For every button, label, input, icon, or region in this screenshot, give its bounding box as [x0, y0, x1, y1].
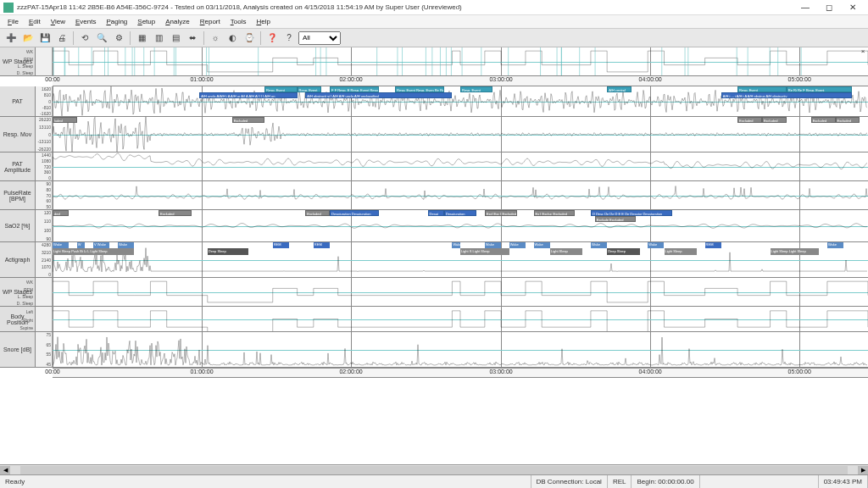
sleep-stage-segment[interactable]: Wake — [118, 242, 134, 248]
menu-help[interactable]: Help — [252, 17, 274, 26]
menu-setup[interactable]: Setup — [133, 17, 159, 26]
menu-report[interactable]: Report — [196, 17, 225, 26]
time-axis-bottom: 00:0001:00:0002:00:0003:00:0004:00:0005:… — [53, 368, 868, 378]
menu-events[interactable]: Events — [71, 17, 100, 26]
toolbar-btn-8[interactable]: ▥ — [151, 30, 166, 46]
event-tag[interactable]: Excluded — [232, 117, 264, 123]
scroll-right-arrow[interactable]: ▶ — [858, 466, 868, 474]
toolbar-btn-6[interactable]: ⚙ — [111, 30, 126, 46]
event-tag[interactable]: A/H i ... i A/H i A A/H obstruc A/H obst… — [721, 92, 852, 98]
channel-plot-pulse[interactable] — [53, 181, 868, 209]
event-tag[interactable]: Excluded — [836, 117, 860, 123]
sleep-stage-segment[interactable]: Light Sleep Light Sleep — [771, 248, 820, 255]
event-tag[interactable]: ded — [53, 210, 69, 216]
event-tag[interactable]: Desat — [428, 210, 444, 216]
toolbar-btn-4[interactable]: ⟲ — [77, 30, 92, 46]
toolbar-btn-5[interactable]: 🔍 — [94, 30, 109, 46]
channel-label-actigraph: Actigraph — [0, 242, 36, 277]
sleep-stage-segment[interactable]: W — [77, 242, 86, 248]
close-button[interactable]: ✕ — [841, 1, 865, 14]
event-tag[interactable]: A/H central — [607, 86, 632, 92]
event-tag[interactable]: Resp. Event — [460, 86, 492, 92]
event-tag[interactable]: Resp. Event — [737, 86, 787, 92]
sleep-stage-segment[interactable]: Light Sleep — [550, 248, 582, 255]
sleep-stage-segment[interactable]: Wake — [591, 242, 607, 248]
channel-plot-snore[interactable] — [53, 332, 868, 367]
toolbar-btn-12[interactable]: ◐ — [225, 30, 240, 46]
status-begin: Begin: 00:00:00.00 — [632, 475, 699, 488]
event-tag[interactable]: D Desc De De D E E De Desatur Desaturati… — [591, 210, 672, 216]
sleep-stage-segment[interactable]: Light S Light Sleep — [460, 248, 509, 255]
event-filter-select[interactable]: All — [298, 31, 341, 45]
event-tag[interactable]: Exclude Excluded — [595, 216, 636, 222]
toolbar-btn-14[interactable]: ❓ — [264, 30, 280, 46]
event-tag[interactable]: Resp. Event — [298, 86, 322, 92]
event-tag[interactable]: Re Ri Re F Resp. Event — [787, 86, 852, 92]
toolbar-btn-2[interactable]: 💾 — [37, 30, 53, 46]
sleep-stage-segment[interactable]: Deep Sleep — [607, 248, 639, 255]
sleep-stage-segment[interactable]: Wake — [485, 242, 501, 248]
event-tag[interactable]: Excluded — [305, 210, 330, 216]
event-tag[interactable]: Resp. Event Resp. Even Re Resp. Event — [395, 86, 444, 92]
event-tag[interactable]: A/H uncla A/A/H i A A/H ur A/I A A/H A/ … — [199, 92, 297, 98]
channel-plot-pat[interactable]: Resp. EventResp. EventF F Resp. E Resp. … — [53, 86, 868, 116]
toolbar-btn-9[interactable]: ▤ — [168, 30, 183, 46]
channel-scale-wp-stages-top — [36, 47, 53, 75]
sleep-stage-segment[interactable]: REM — [273, 242, 289, 248]
toolbar-btn-10[interactable]: ⬌ — [185, 30, 200, 46]
channel-plot-pat-amp[interactable] — [53, 152, 868, 180]
maximize-button[interactable]: ◻ — [817, 1, 841, 14]
event-tag[interactable]: luded — [53, 117, 77, 123]
toolbar-btn-7[interactable]: ▦ — [134, 30, 149, 46]
sleep-stage-segment[interactable]: Wake — [534, 242, 550, 248]
event-tag[interactable]: F F Resp. E Resp. Event Resp. Resp. Even… — [330, 86, 379, 92]
toolbar-btn-13[interactable]: ⌚ — [242, 30, 257, 46]
channel-plot-wp-stages-bot[interactable] — [53, 278, 868, 306]
scroll-track[interactable] — [20, 466, 848, 474]
sleep-stage-segment[interactable]: REM — [314, 242, 330, 248]
sleep-stage-segment[interactable]: Wake — [452, 242, 460, 248]
sleep-stage-segment[interactable]: Light Sleep — [665, 248, 697, 255]
event-tag[interactable]: Desaturation — [444, 210, 476, 216]
menu-analyze[interactable]: Analyze — [161, 17, 193, 26]
event-tag[interactable]: Resp. Event — [264, 86, 297, 92]
sleep-stage-segment[interactable]: REM — [705, 242, 721, 248]
sleep-stage-segment[interactable]: Wake — [648, 242, 664, 248]
horizontal-scrollbar[interactable]: ◀ ▶ — [0, 464, 868, 474]
channel-plot-actigraph[interactable]: WakeWV WakeWakeREMREMWakeWakeWakeWakeWak… — [53, 242, 868, 277]
menu-paging[interactable]: Paging — [102, 17, 131, 26]
sleep-stage-segment[interactable]: Wake — [53, 242, 69, 248]
event-tag[interactable]: Ex I Excluc Excluded — [534, 210, 575, 216]
channel-plot-resp-mov[interactable]: ludedExcludedExcludedExcludedExcludedExc… — [53, 117, 868, 152]
sleep-stage-segment[interactable]: V Wake — [93, 242, 109, 248]
event-tag[interactable]: Desaturation Desaturation — [330, 210, 379, 216]
channel-plot-wp-stages-top[interactable]: × — [53, 47, 868, 75]
toolbar-btn-1[interactable]: 📂 — [20, 30, 36, 46]
toolbar-btn-15[interactable]: ? — [281, 30, 297, 46]
channel-scale-wp-stages-bot — [36, 278, 53, 306]
scroll-left-arrow[interactable]: ◀ — [0, 466, 10, 474]
event-tag[interactable]: Excluded — [811, 117, 836, 123]
event-tag[interactable]: Excl Exc I Excluded — [485, 210, 517, 216]
toolbar-btn-3[interactable]: 🖨 — [54, 30, 70, 46]
menu-view[interactable]: View — [47, 17, 70, 26]
event-tag[interactable]: A/H obstructi vi I A/H A/H uncla A/H unc… — [305, 92, 452, 98]
toolbar-btn-11[interactable]: ☼ — [208, 30, 223, 46]
sleep-stage-segment[interactable]: Wake — [827, 242, 843, 248]
sleep-stage-segment[interactable]: Deep Sleep — [208, 248, 248, 255]
event-tag[interactable]: Excluded — [159, 210, 191, 216]
channel-close-button[interactable]: × — [859, 48, 867, 57]
event-tag[interactable]: Excluded — [737, 117, 762, 123]
menu-tools[interactable]: Tools — [226, 17, 251, 26]
menu-edit[interactable]: Edit — [25, 17, 45, 26]
channel-plot-sao2[interactable]: dedExcludedExcludedDesaturation Desatura… — [53, 210, 868, 241]
channel-plot-body-pos[interactable] — [53, 307, 868, 331]
minimize-button[interactable]: — — [793, 1, 817, 14]
menu-file[interactable]: File — [3, 17, 23, 26]
channel-wp-stages-bot: WP StagesWKREML. SleepD. Sleep — [0, 278, 868, 307]
sleep-stage-segment[interactable]: Light Sleep Push Bi Li L Light Sleep — [53, 248, 134, 255]
menubar: FileEditViewEventsPagingSetupAnalyzeRepo… — [0, 15, 868, 29]
sleep-stage-segment[interactable]: Wake — [509, 242, 526, 248]
toolbar-btn-0[interactable]: ➕ — [3, 30, 19, 46]
event-tag[interactable]: Excluded — [762, 117, 787, 123]
